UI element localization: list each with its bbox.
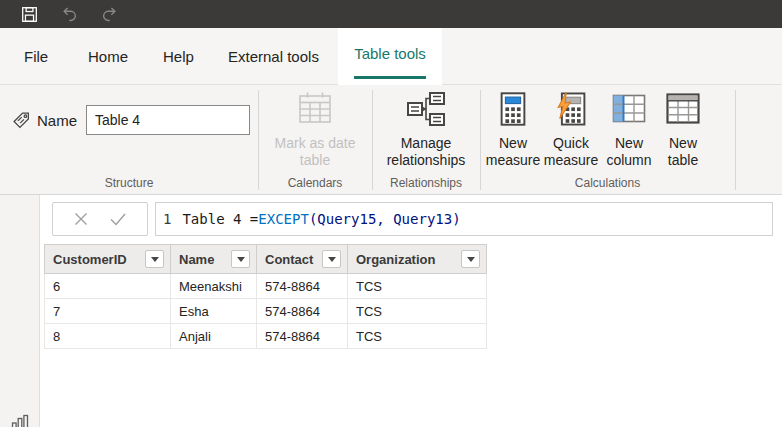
quick-measure-icon [556, 91, 586, 127]
view-switcher-sidebar: DAX [0, 195, 40, 427]
commit-formula-icon[interactable] [108, 210, 128, 228]
new-measure-icon [500, 91, 526, 127]
filter-button[interactable] [145, 250, 164, 268]
undo-icon [61, 6, 78, 23]
data-grid: CustomerID Name Contact Organization 6 M… [44, 244, 487, 349]
group-label-structure: Structure [0, 176, 258, 190]
ribbon: Name Structure Mark as date table [0, 85, 782, 195]
new-table-label: New table [658, 135, 708, 169]
column-header-label: CustomerID [53, 252, 139, 267]
formula-arguments: (Query15, Query13) [309, 211, 461, 227]
save-button[interactable] [14, 0, 44, 28]
filter-button[interactable] [461, 250, 480, 268]
dropdown-arrow-icon [237, 257, 245, 262]
quick-measure-label: Quick measure [542, 135, 600, 169]
tab-external-tools[interactable]: External tools [228, 28, 319, 84]
column-header-contact[interactable]: Contact [257, 244, 348, 274]
ribbon-divider [372, 90, 373, 190]
column-header-label: Contact [265, 252, 316, 267]
cell[interactable]: 8 [44, 324, 171, 349]
tag-icon [12, 111, 31, 130]
new-measure-label: New measure [484, 135, 542, 169]
sidebar-item-report-view[interactable] [0, 402, 40, 427]
group-label-calendars: Calendars [258, 176, 372, 190]
cell[interactable]: Esha [171, 299, 257, 324]
formula-line-number: 1 [163, 211, 171, 227]
table-row: 6 Meenakshi 574-8864 TCS [44, 274, 487, 299]
dropdown-arrow-icon [328, 257, 336, 262]
cell[interactable]: 6 [44, 274, 171, 299]
tab-help[interactable]: Help [163, 28, 194, 84]
ribbon-tab-bar: File Home Help External tools Table tool… [0, 28, 782, 85]
grid-header-row: CustomerID Name Contact Organization [44, 244, 487, 274]
save-icon [21, 6, 38, 23]
cell[interactable]: Anjali [171, 324, 257, 349]
tab-file[interactable]: File [24, 28, 48, 84]
tab-home[interactable]: Home [88, 28, 128, 84]
formula-expression-lhs: Table 4 = [182, 211, 258, 227]
redo-icon [101, 6, 118, 23]
quick-measure-button[interactable]: Quick measure [542, 91, 600, 169]
redo-button[interactable] [94, 0, 124, 28]
filter-button[interactable] [322, 250, 341, 268]
active-tab-underline [354, 76, 426, 79]
name-field-label: Name [37, 112, 77, 129]
tab-table-tools[interactable]: Table tools [338, 28, 442, 85]
ribbon-divider [258, 90, 259, 190]
group-label-calculations: Calculations [480, 176, 735, 190]
table-row: 7 Esha 574-8864 TCS [44, 299, 487, 324]
new-measure-button[interactable]: New measure [484, 91, 542, 169]
cancel-formula-icon[interactable] [72, 210, 90, 228]
manage-relationships-label: Manage relationships [376, 135, 476, 169]
group-label-relationships: Relationships [372, 176, 480, 190]
manage-relationships-button[interactable]: Manage relationships [376, 91, 476, 169]
column-header-customerid[interactable]: CustomerID [44, 244, 171, 274]
cell[interactable]: TCS [348, 299, 487, 324]
dropdown-arrow-icon [151, 257, 159, 262]
cell[interactable]: 574-8864 [257, 274, 348, 299]
report-view-icon [10, 414, 30, 427]
manage-relationships-icon [405, 91, 447, 127]
column-header-label: Name [179, 252, 225, 267]
cell[interactable]: 574-8864 [257, 324, 348, 349]
formula-bar: 1Table 4 = EXCEPT(Query15, Query13) [40, 195, 782, 242]
cell[interactable]: TCS [348, 324, 487, 349]
mark-as-date-table-label: Mark as date table [269, 135, 361, 169]
table-name-control: Name [12, 105, 250, 135]
cell[interactable]: 574-8864 [257, 299, 348, 324]
dax-formula-input[interactable]: 1Table 4 = EXCEPT(Query15, Query13) [155, 202, 773, 236]
filter-button[interactable] [231, 250, 250, 268]
new-table-icon [666, 93, 700, 124]
ribbon-divider [735, 90, 736, 190]
table-name-input[interactable] [86, 105, 250, 135]
cell[interactable]: 7 [44, 299, 171, 324]
new-column-button[interactable]: New column [600, 91, 658, 169]
cell[interactable]: Meenakshi [171, 274, 257, 299]
title-bar [0, 0, 782, 28]
cell[interactable]: TCS [348, 274, 487, 299]
column-header-name[interactable]: Name [171, 244, 257, 274]
column-header-label: Organization [356, 252, 455, 267]
ribbon-divider [480, 90, 481, 190]
formula-function-name: EXCEPT [258, 211, 309, 227]
new-column-label: New column [600, 135, 658, 169]
formula-commit-controls [52, 202, 148, 236]
powerbi-window: File Home Help External tools Table tool… [0, 0, 782, 427]
dropdown-arrow-icon [467, 257, 475, 262]
new-table-button[interactable]: New table [658, 91, 708, 169]
table-row: 8 Anjali 574-8864 TCS [44, 324, 487, 349]
new-column-icon [612, 94, 646, 124]
calendar-icon [297, 91, 333, 125]
column-header-organization[interactable]: Organization [348, 244, 487, 274]
tab-table-tools-label: Table tools [354, 45, 426, 62]
undo-button[interactable] [54, 0, 84, 28]
mark-as-date-table-button[interactable]: Mark as date table [269, 91, 361, 169]
